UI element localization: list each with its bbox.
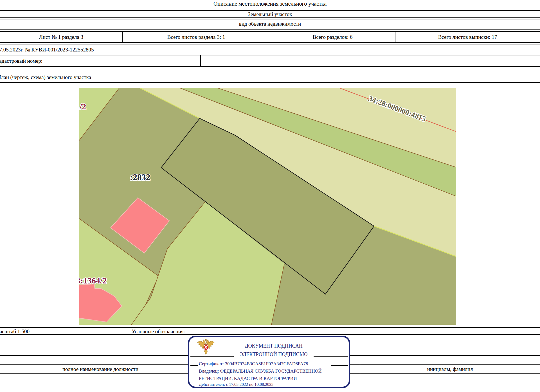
rule [0,55,540,55]
cell-divider [405,327,405,335]
signature-stamp: ДОКУМЕНТ ПОДПИСАН ЭЛЕКТРОННОЙ ПОДПИСЬЮ С… [188,336,350,388]
stamp-owner-line1: Владелец: ФЕДЕРАЛЬНАЯ СЛУЖБА ГОСУДАРСТВЕ… [198,368,322,374]
stamp-rule-fragment [331,365,348,366]
cell-divider [395,31,395,42]
cadastral-map: :2832 /2 3:1364/2 34:28:000000:4815 [79,88,456,325]
rule [0,334,540,335]
stamp-header-line1: ДОКУМЕНТ ПОДПИСАН [235,342,313,350]
name-caption: инициалы, фамилия [360,365,540,373]
position-caption: полное наименование должности [0,365,201,373]
sheet-cell-total-section: Всего листов раздела 3: 1 [122,32,270,42]
rule [0,42,540,43]
rule [0,9,540,9]
parcel-label-1364: 3:1364/2 [79,276,107,285]
rule [0,17,540,18]
stamp-rule-fragment [312,356,348,357]
page-title: Описание местоположения земельного участ… [0,1,540,7]
cell-divider [266,327,266,335]
cell-divider [130,327,130,335]
stamp-owner-line2: РЕГИСТРАЦИИ, КАДАСТРА И КАРТОГРАФИИ [198,376,298,381]
legend-label: Условные обозначения: [132,328,185,335]
sheet-cell-sections: Всего разделов: 6 [270,32,395,42]
stamp-validity: Действителен: с 17.05.2022 по 10.08.2023 [198,382,274,387]
stamp-header-line2: ЭЛЕКТРОННОЙ ПОДПИСЬЮ [235,350,313,359]
object-kind: Земельный участок [0,11,540,17]
cadastral-map-svg: :2832 /2 3:1364/2 34:28:000000:4815 [79,88,456,325]
rule [0,327,540,328]
cell-divider [122,31,123,42]
rule [0,29,540,30]
rule [0,82,540,83]
object-kind-caption: вид объекта недвижимости [0,19,540,29]
eagle-emblem-icon [197,339,215,356]
sheet-cell-list: Лист № 1 раздела 3 [0,32,122,42]
plan-label: План (чертеж, схема) земельного участка [0,73,91,82]
stamp-rule-fragment [190,365,198,366]
parcel-label-slash2: /2 [79,102,86,111]
stamp-header: ДОКУМЕНТ ПОДПИСАН ЭЛЕКТРОННОЙ ПОДПИСЬЮ [234,342,314,359]
scale-label: Масштаб 1:500 [0,328,30,335]
stamp-rule-fragment [190,356,234,357]
stamp-certificate: Сертификат: 3094B7974B3CA8E1F07A347CFAD6… [198,361,309,367]
document-page: Описание местоположения земельного участ… [0,0,540,392]
rule [0,10,540,11]
cadastral-number-label: Кадастровый номер: [0,55,42,67]
cell-divider [200,55,201,67]
rule [0,66,540,67]
parcel-label-2832: :2832 [130,172,150,182]
cell-divider [270,31,270,42]
sheet-cell-total: Всего листов выписки: 17 [395,32,540,42]
extract-date-number: 17.05.2023г. № КУВИ-001/2023-122552805 [0,44,94,55]
